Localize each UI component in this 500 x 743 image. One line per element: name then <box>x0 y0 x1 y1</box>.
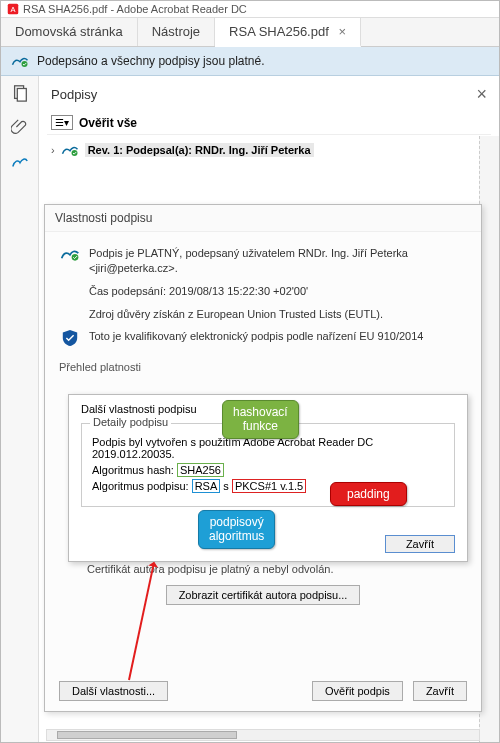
horizontal-scrollbar[interactable] <box>46 729 480 741</box>
verify-all-row[interactable]: ☰▾ Ověřit vše <box>47 111 491 135</box>
signature-entry-label: Rev. 1: Podepsal(a): RNDr. Ing. Jiří Pet… <box>85 143 314 157</box>
sig-value-rsa: RSA <box>192 479 221 493</box>
tab-tools[interactable]: Nástroje <box>138 18 215 46</box>
show-certificate-button[interactable]: Zobrazit certifikát autora podpisu... <box>166 585 361 605</box>
app-icon: A <box>7 3 19 15</box>
sig-label: Algoritmus podpisu: <box>92 480 192 492</box>
signature-entry[interactable]: › Rev. 1: Podepsal(a): RNDr. Ing. Jiří P… <box>47 139 491 161</box>
validity-line-1: Podpis je PLATNÝ, podepsaný uživatelem R… <box>89 246 467 261</box>
validity-text: Podepsáno a všechny podpisy jsou platné. <box>37 54 265 68</box>
close-button[interactable]: Zavřít <box>413 681 467 701</box>
left-sidebar <box>1 76 39 742</box>
details-group-label: Detaily podpisu <box>90 416 171 428</box>
signatures-icon[interactable] <box>11 152 29 170</box>
validity-line-1b: <jiri@peterka.cz>. <box>89 261 467 276</box>
verify-menu-icon[interactable]: ☰▾ <box>51 115 73 130</box>
more-properties-button[interactable]: Další vlastnosti... <box>59 681 168 701</box>
window-titlebar: A RSA SHA256.pdf - Adobe Acrobat Reader … <box>1 1 499 18</box>
verify-all-label: Ověřit vše <box>79 116 137 130</box>
scrollbar-thumb[interactable] <box>57 731 237 739</box>
callout-hash-function: hashovací funkce <box>222 400 299 439</box>
created-with-line: Podpis byl vytvořen s použitím Adobe Acr… <box>92 436 444 460</box>
sig-value-padding: PKCS#1 v.1.5 <box>232 479 306 493</box>
details-close-button[interactable]: Zavřít <box>385 535 455 553</box>
signature-validity-bar: Podepsáno a všechny podpisy jsou platné. <box>1 47 499 76</box>
tab-home[interactable]: Domovská stránka <box>1 18 138 46</box>
attachments-icon[interactable] <box>11 118 29 136</box>
page-edge <box>479 136 499 742</box>
pages-icon[interactable] <box>11 84 29 102</box>
sig-mid: s <box>220 480 232 492</box>
tab-document-label: RSA SHA256.pdf <box>229 24 329 39</box>
signature-valid-icon <box>11 54 29 68</box>
sign-time: Čas podepsání: 2019/08/13 15:22:30 +02'0… <box>89 284 467 299</box>
panel-title: Podpisy <box>51 87 97 102</box>
hash-algo-line: Algoritmus hash: SHA256 <box>92 464 444 476</box>
svg-rect-4 <box>17 89 26 102</box>
dialog-title: Vlastnosti podpisu <box>45 205 481 232</box>
validity-overview-label: Přehled platnosti <box>59 361 467 373</box>
signature-valid-icon <box>61 143 79 157</box>
tab-document[interactable]: RSA SHA256.pdf × <box>215 18 361 47</box>
tab-close-icon[interactable]: × <box>338 24 346 39</box>
trust-source: Zdroj důvěry získán z European Union Tru… <box>89 307 467 322</box>
qualified-icon <box>59 329 81 349</box>
panel-close-icon[interactable]: × <box>476 84 487 105</box>
chevron-right-icon[interactable]: › <box>51 144 55 156</box>
hash-value: SHA256 <box>177 463 224 477</box>
partial-text-2: Certifikát autora podpisu je platný a ne… <box>59 561 467 579</box>
callout-signature-algorithm: podpisový algoritmus <box>198 510 275 549</box>
verify-signature-button[interactable]: Ověřit podpis <box>312 681 403 701</box>
window-title: RSA SHA256.pdf - Adobe Acrobat Reader DC <box>23 3 247 15</box>
svg-point-5 <box>71 150 77 156</box>
callout-padding: padding <box>330 482 407 506</box>
svg-point-2 <box>22 61 28 67</box>
tab-bar: Domovská stránka Nástroje RSA SHA256.pdf… <box>1 18 499 47</box>
hash-label: Algoritmus hash: <box>92 464 177 476</box>
signature-valid-icon <box>59 246 81 264</box>
qualified-text: Toto je kvalifikovaný elektronický podpi… <box>89 329 467 344</box>
svg-point-6 <box>72 254 79 261</box>
svg-text:A: A <box>10 5 15 14</box>
